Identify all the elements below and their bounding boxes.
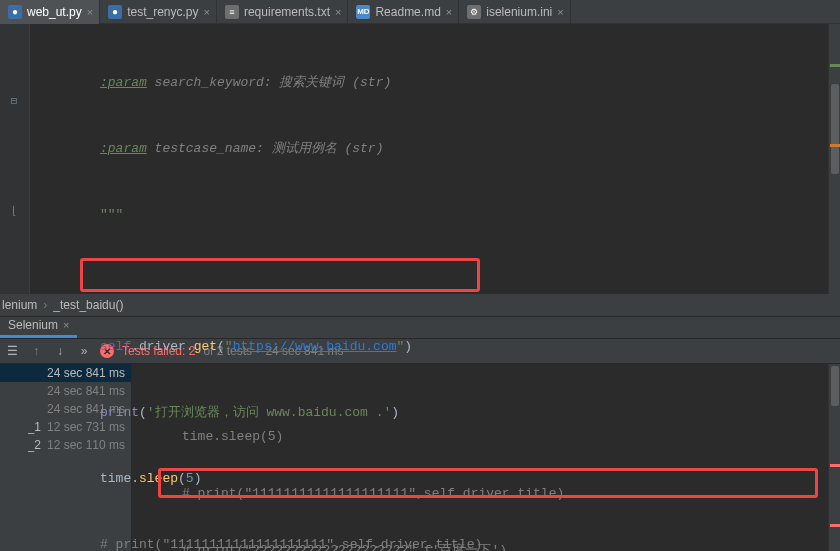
close-icon[interactable]: × [335, 6, 341, 18]
fold-marker-icon[interactable]: ⊟ [8, 94, 20, 106]
console-line: # print("22222222222222222222",f'百度一下') [132, 541, 840, 551]
tab-readme[interactable]: MD Readme.md × [348, 0, 459, 24]
markdown-file-icon: MD [356, 5, 370, 19]
editor-scrollbar[interactable] [828, 24, 840, 294]
tab-test-renyc[interactable]: ● test_renyc.py × [100, 0, 217, 24]
tab-label: Readme.md [375, 5, 440, 19]
scrollbar-stripe-warn [830, 144, 840, 147]
file-tabs: ● web_ut.py × ● test_renyc.py × ≡ requir… [0, 0, 840, 24]
tab-label: test_renyc.py [127, 5, 198, 19]
console-line: time.sleep(5) [132, 427, 840, 446]
fold-end-icon[interactable]: ⌊ [8, 204, 20, 216]
tab-label: requirements.txt [244, 5, 330, 19]
editor-gutter: ⊟ ⌊ [0, 24, 30, 294]
close-icon[interactable]: × [446, 6, 452, 18]
console-line: # print("11111111111111111111",self.driv… [132, 484, 840, 503]
code-editor[interactable]: ⊟ ⌊ :param search_keyword: 搜索关键词 (str) :… [0, 24, 840, 294]
scrollbar-stripe-warn [830, 64, 840, 67]
ini-file-icon: ⚙ [467, 5, 481, 19]
scrollbar-thumb[interactable] [831, 84, 839, 174]
console-scrollbar[interactable] [828, 364, 840, 551]
python-file-icon: ● [8, 5, 22, 19]
tab-iselenium[interactable]: ⚙ iselenium.ini × [459, 0, 570, 24]
scrollbar-thumb[interactable] [831, 366, 839, 406]
text-file-icon: ≡ [225, 5, 239, 19]
scrollbar-stripe-error [830, 524, 840, 527]
test-output-console[interactable]: time.sleep(5) # print("11111111111111111… [132, 364, 840, 551]
tab-label: web_ut.py [27, 5, 82, 19]
python-file-icon: ● [108, 5, 122, 19]
scrollbar-stripe-error [830, 464, 840, 467]
close-icon[interactable]: × [87, 6, 93, 18]
tab-label: iselenium.ini [486, 5, 552, 19]
close-icon[interactable]: × [204, 6, 210, 18]
tab-requirements[interactable]: ≡ requirements.txt × [217, 0, 348, 24]
close-icon[interactable]: × [557, 6, 563, 18]
tab-web-ut[interactable]: ● web_ut.py × [0, 0, 100, 24]
